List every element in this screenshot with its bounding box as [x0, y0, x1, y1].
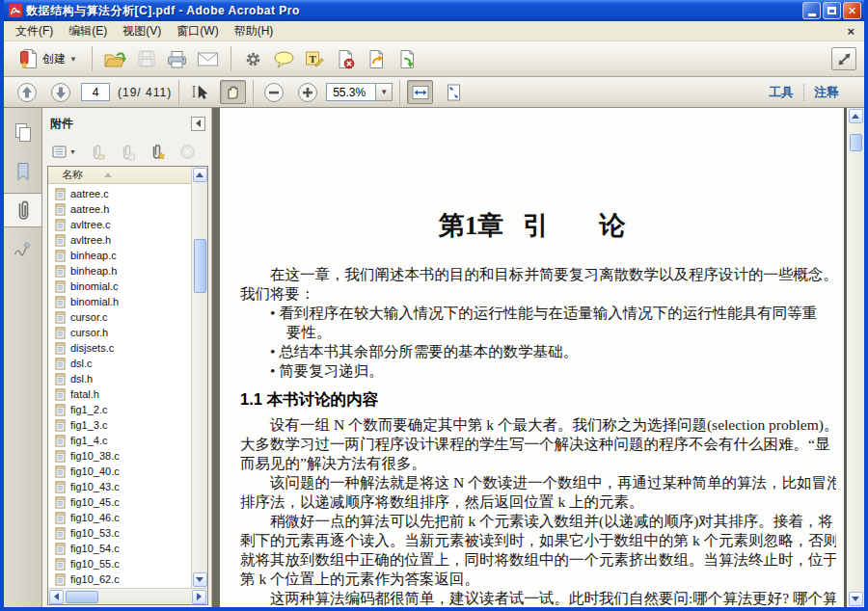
attachment-list-item[interactable]: disjsets.c	[48, 340, 191, 356]
close-button[interactable]: ✕	[843, 2, 861, 19]
save-attachment-button[interactable]	[119, 144, 136, 161]
zoom-level-input[interactable]: 55.3%	[326, 83, 376, 101]
attachment-list-item[interactable]: fig1_4.c	[48, 433, 191, 448]
name-column-header[interactable]: 名称	[62, 168, 83, 182]
menu-item[interactable]: 视图(V)	[115, 22, 169, 40]
text-annotation-button[interactable]: T	[300, 44, 331, 73]
fullscreen-button[interactable]	[831, 47, 856, 70]
attachments-horizontal-scrollbar[interactable]	[48, 588, 207, 604]
attachment-list-item[interactable]: dsl.c	[48, 356, 191, 371]
print-button[interactable]	[162, 44, 193, 73]
attachment-list-item[interactable]: binheap.h	[48, 263, 191, 279]
menu-item[interactable]: 文件(F)	[8, 22, 61, 40]
page-number-input[interactable]	[81, 83, 110, 101]
attachment-list-item[interactable]: avltree.c	[48, 217, 191, 232]
scroll-up-button[interactable]	[193, 168, 207, 182]
pages-panel-button[interactable]	[4, 116, 41, 150]
menu-item[interactable]: 窗口(W)	[169, 22, 226, 40]
scroll-up-button[interactable]	[849, 109, 863, 123]
signatures-panel-button[interactable]	[4, 231, 41, 266]
scroll-down-button[interactable]	[193, 572, 207, 587]
attachment-list-item[interactable]: fig1_2.c	[48, 402, 191, 417]
bookmarks-panel-button[interactable]	[4, 154, 41, 189]
attachment-list-item[interactable]: fig1_3.c	[48, 417, 191, 433]
sidebar-splitter[interactable]	[212, 108, 220, 607]
attachment-list-item[interactable]: fig10_45.c	[48, 494, 191, 510]
document-close-button[interactable]: ×	[841, 24, 860, 39]
collapse-panel-button[interactable]	[191, 117, 205, 131]
delete-pages-button[interactable]	[331, 44, 362, 73]
scrollbar-thumb[interactable]	[194, 239, 206, 293]
attachment-options-button[interactable]: ▼	[52, 145, 76, 159]
comment-button[interactable]	[269, 44, 300, 73]
attachment-list-item[interactable]: fatal.h	[48, 386, 191, 402]
document-vertical-scrollbar[interactable]	[847, 108, 864, 607]
scroll-right-button[interactable]	[192, 590, 206, 604]
document-text-line: 这两种算法编码都很简单，建议读者试一试。此时我们自然要问:哪个算法更好? 哪个算	[240, 589, 836, 607]
arrow-down-icon	[196, 577, 203, 582]
attachment-list-item[interactable]: avltree.h	[48, 232, 191, 248]
attached-file-icon	[55, 527, 66, 540]
attachment-list-item[interactable]: binomial.c	[48, 279, 191, 294]
pdf-page[interactable]: 第1章 引 论 在这一章，我们阐述本书的目的和目标并简要复习离散数学以及程序设计…	[220, 108, 847, 607]
zoom-out-button[interactable]	[260, 80, 286, 104]
attachment-list-item[interactable]: fig10_46.c	[48, 510, 191, 525]
scroll-left-button[interactable]	[49, 590, 64, 604]
attachments-vertical-scrollbar[interactable]	[191, 167, 207, 588]
menu-item[interactable]: 帮助(H)	[227, 22, 282, 40]
attachment-list-item[interactable]: aatree.c	[48, 186, 191, 201]
menu-item[interactable]: 编辑(E)	[61, 22, 115, 40]
attachment-list-item[interactable]: binomial.h	[48, 294, 191, 309]
fit-page-button[interactable]	[441, 80, 467, 104]
next-page-button[interactable]	[47, 80, 73, 104]
attachment-list-item[interactable]: fig10_62.c	[48, 571, 191, 587]
extract-pages-button[interactable]	[362, 44, 393, 73]
open-attachment-button[interactable]	[89, 144, 106, 161]
attachment-file-name: aatree.c	[70, 188, 109, 199]
attachment-list-item[interactable]: cursor.c	[48, 309, 191, 325]
scroll-down-button[interactable]	[849, 592, 863, 606]
attachment-list-item[interactable]: fig10_53.c	[48, 525, 191, 541]
scrollbar-thumb[interactable]	[66, 591, 98, 603]
zoom-in-button[interactable]	[294, 80, 320, 104]
tools-panel-button[interactable]: 工具	[769, 84, 794, 101]
fit-width-button[interactable]	[407, 80, 433, 104]
export-pages-button[interactable]	[393, 44, 423, 73]
open-button[interactable]	[99, 44, 131, 73]
attachment-list-item[interactable]: dsl.h	[48, 371, 191, 386]
select-tool-button[interactable]	[186, 80, 212, 104]
acrobat-window: 数据结构与算法分析[C].pdf - Adobe Acrobat Pro ✕ 文…	[0, 0, 868, 611]
attached-file-icon	[55, 435, 66, 447]
maximize-button[interactable]	[823, 2, 841, 19]
previous-page-button[interactable]	[14, 80, 40, 104]
delete-attachment-button[interactable]	[179, 144, 196, 160]
attachment-list-item[interactable]: fig10_43.c	[48, 479, 191, 494]
attachment-list-item[interactable]: fig10_40.c	[48, 464, 191, 479]
chevron-down-icon: ▼	[69, 148, 76, 155]
panel-separator	[803, 84, 804, 101]
minimize-button[interactable]	[802, 2, 821, 19]
attachment-list-item[interactable]: fig10_55.c	[48, 556, 191, 571]
add-attachment-button[interactable]	[149, 144, 167, 161]
create-pdf-button[interactable]: 创建 ▼	[12, 44, 85, 73]
attachment-list-item[interactable]: binheap.c	[48, 248, 191, 263]
attachment-file-name: fatal.h	[70, 388, 99, 400]
scrollbar-thumb[interactable]	[850, 134, 862, 151]
create-pdf-icon	[19, 48, 39, 69]
zoom-dropdown-button[interactable]: ▼	[376, 83, 393, 101]
save-button[interactable]	[131, 44, 162, 73]
attachment-list-item[interactable]: cursor.h	[48, 325, 191, 340]
attachment-list-item[interactable]: aatree.h	[48, 201, 191, 217]
fit-width-icon	[411, 84, 430, 101]
document-text-line: 在这一章，我们阐述本书的目的和目标并简要复习离散数学以及程序设计的一些概念。	[240, 265, 836, 284]
search-attachments-button[interactable]	[208, 144, 211, 161]
attachment-list-item[interactable]: fig10_54.c	[48, 541, 191, 556]
attachment-list-item[interactable]: fig10_38.c	[48, 448, 191, 464]
preferences-button[interactable]	[238, 44, 269, 73]
email-button[interactable]	[193, 44, 224, 73]
list-header-row[interactable]: 名称	[48, 167, 191, 184]
comments-panel-button[interactable]: 注释	[814, 84, 839, 101]
hand-tool-button[interactable]	[220, 80, 246, 104]
attached-file-icon	[55, 558, 66, 571]
attachments-panel-button[interactable]	[4, 193, 41, 227]
